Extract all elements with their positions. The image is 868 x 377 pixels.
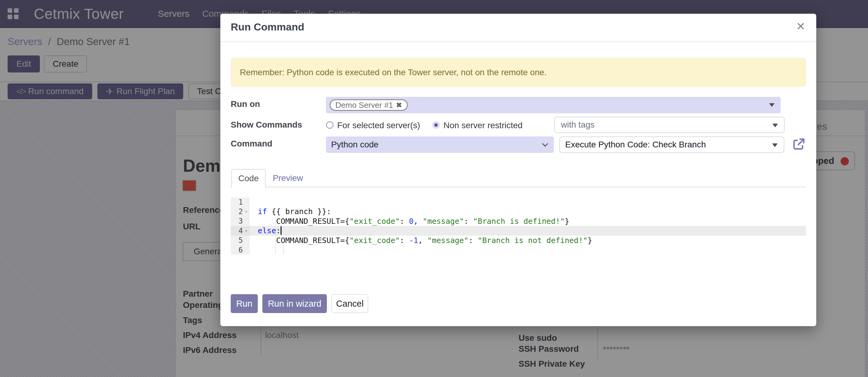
code-token-plain: : bbox=[464, 217, 473, 226]
gutter-line-1[interactable]: 1 bbox=[231, 197, 250, 207]
code-line-1[interactable] bbox=[250, 197, 806, 207]
code-token-plain: COMMAND_RESULT={ bbox=[258, 217, 349, 226]
code-token-plain: : bbox=[400, 236, 409, 245]
code-token-keyword: if bbox=[258, 207, 267, 216]
indent-guide bbox=[275, 246, 276, 254]
tag-remove-icon[interactable]: ✖ bbox=[396, 101, 402, 109]
server-tag[interactable]: Demo Server #1 ✖ bbox=[330, 99, 408, 111]
code-line-5[interactable]: COMMAND_RESULT={"exit_code": -1, "messag… bbox=[250, 236, 806, 245]
code-line-4[interactable]: else: bbox=[250, 226, 806, 235]
code-token-plain: COMMAND_RESULT={ bbox=[258, 236, 349, 245]
run-on-select[interactable]: Demo Server #1 ✖ bbox=[326, 97, 781, 113]
command-type-value: Python code bbox=[326, 140, 379, 149]
run-on-label: Run on bbox=[231, 99, 260, 109]
tab-code[interactable]: Code bbox=[231, 169, 266, 188]
python-warning-text: Remember: Python code is executed on the… bbox=[240, 67, 547, 77]
radio-non-server-restricted[interactable] bbox=[432, 121, 440, 129]
gutter-line-6[interactable]: 6 bbox=[231, 245, 250, 255]
server-tag-label: Demo Server #1 bbox=[335, 100, 393, 110]
run-command-modal: Run Command ✕ Remember: Python code is e… bbox=[220, 14, 816, 326]
code-line-6[interactable] bbox=[250, 245, 806, 255]
code-token-string: "exit_code" bbox=[349, 236, 400, 245]
indent-guide bbox=[275, 217, 276, 225]
code-token-plain: : bbox=[468, 236, 477, 245]
gutter-line-3[interactable]: 3 bbox=[231, 216, 250, 226]
radio-non-server-restricted-label[interactable]: Non server restricted bbox=[443, 121, 523, 130]
command-label: Command bbox=[231, 139, 272, 149]
notebook-tabs: Code Preview bbox=[231, 169, 806, 187]
radio-for-selected-servers-label[interactable]: For selected server(s) bbox=[337, 121, 420, 130]
code-token-string: "Branch is defined!" bbox=[473, 217, 564, 226]
radio-for-selected-servers[interactable] bbox=[326, 121, 334, 129]
command-select-value: Execute Python Code: Check Branch bbox=[560, 140, 706, 149]
gutter-line-2[interactable]: 2▾ bbox=[231, 207, 250, 216]
modal-footer: Run Run in wizard Cancel bbox=[231, 294, 368, 313]
external-link-icon[interactable] bbox=[792, 137, 806, 151]
code-token-number: -1 bbox=[409, 236, 418, 245]
modal-title: Run Command bbox=[231, 21, 304, 33]
editor-lines: if {{ branch }}: COMMAND_RESULT={"exit_c… bbox=[250, 197, 806, 255]
code-line-3[interactable]: COMMAND_RESULT={"exit_code": 0, "message… bbox=[250, 216, 806, 226]
code-token-plain: : bbox=[276, 226, 281, 235]
modal-header: Run Command ✕ bbox=[220, 14, 816, 42]
run-in-wizard-button[interactable]: Run in wizard bbox=[262, 294, 327, 313]
text-cursor bbox=[281, 226, 281, 235]
code-token-number: 0 bbox=[409, 217, 413, 226]
indent-guide bbox=[283, 246, 284, 254]
code-line-2[interactable]: if {{ branch }}: bbox=[250, 207, 806, 216]
editor-gutter: 12▾34▾56 bbox=[231, 197, 250, 255]
code-token-plain: } bbox=[565, 217, 569, 226]
chevron-down-icon bbox=[542, 141, 548, 147]
fold-arrow-icon[interactable]: ▾ bbox=[243, 228, 250, 234]
code-token-string: "message" bbox=[427, 236, 468, 245]
command-type-select[interactable]: Python code bbox=[326, 137, 554, 153]
code-token-plain: } bbox=[588, 236, 592, 245]
python-warning-alert: Remember: Python code is executed on the… bbox=[231, 58, 806, 87]
code-token-plain: {{ branch }}: bbox=[267, 207, 331, 216]
code-token-plain: , bbox=[418, 236, 427, 245]
code-token-string: "exit_code" bbox=[349, 217, 400, 226]
run-button[interactable]: Run bbox=[231, 294, 258, 313]
code-token-keyword: else bbox=[258, 226, 276, 235]
code-token-plain: : bbox=[400, 217, 409, 226]
code-editor[interactable]: 12▾34▾56 if {{ branch }}: COMMAND_RESULT… bbox=[231, 197, 806, 255]
screen: Cetmix Tower Servers Commands Files Tool… bbox=[0, 0, 868, 377]
code-token-string: "message" bbox=[423, 217, 464, 226]
caret-down-icon bbox=[772, 143, 778, 147]
tags-filter-select[interactable]: with tags bbox=[554, 117, 785, 133]
command-select[interactable]: Execute Python Code: Check Branch bbox=[559, 137, 784, 153]
gutter-line-5[interactable]: 5 bbox=[231, 236, 250, 245]
caret-down-icon bbox=[772, 124, 778, 127]
tab-preview[interactable]: Preview bbox=[267, 169, 309, 187]
caret-down-icon bbox=[769, 103, 775, 107]
code-token-string: "Branch is not defined!" bbox=[478, 236, 588, 245]
show-commands-label: Show Commands bbox=[231, 120, 302, 130]
fold-arrow-icon[interactable]: ▾ bbox=[243, 209, 250, 214]
indent-guide bbox=[275, 236, 276, 244]
close-icon[interactable]: ✕ bbox=[796, 21, 805, 32]
cancel-button[interactable]: Cancel bbox=[332, 294, 368, 313]
tags-filter-placeholder: with tags bbox=[555, 120, 595, 130]
code-token-plain: , bbox=[413, 217, 423, 226]
gutter-line-4[interactable]: 4▾ bbox=[231, 226, 250, 235]
